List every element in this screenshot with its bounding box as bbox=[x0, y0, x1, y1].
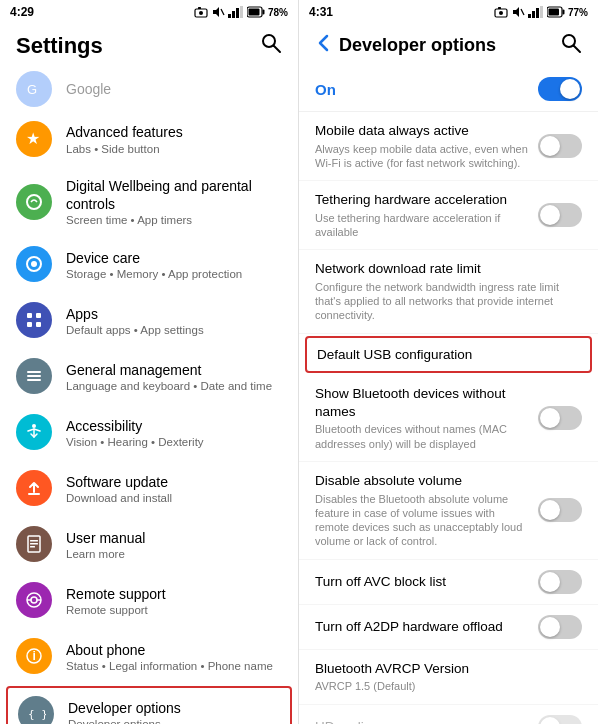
svg-line-4 bbox=[221, 9, 224, 15]
dev-item-mobile-data[interactable]: Mobile data always active Always keep mo… bbox=[299, 112, 598, 181]
svg-rect-5 bbox=[228, 14, 231, 18]
device-care-subtitle: Storage • Memory • App protection bbox=[66, 268, 282, 280]
svg-rect-30 bbox=[30, 543, 38, 545]
user-manual-title: User manual bbox=[66, 529, 282, 547]
developer-options-title: Developer options bbox=[339, 35, 496, 56]
dev-item-network-download[interactable]: Network download rate limit Configure th… bbox=[299, 250, 598, 333]
usb-config-title: Default USB configuration bbox=[317, 346, 572, 364]
settings-item-device-care[interactable]: Device care Storage • Memory • App prote… bbox=[0, 236, 298, 292]
on-label: On bbox=[315, 81, 336, 98]
hd-audio-title: HD audio bbox=[315, 718, 530, 724]
digital-wellbeing-icon bbox=[16, 184, 52, 220]
remote-support-subtitle: Remote support bbox=[66, 604, 282, 616]
bluetooth-names-toggle[interactable] bbox=[538, 406, 582, 430]
svg-rect-46 bbox=[536, 8, 539, 18]
absolute-volume-toggle[interactable] bbox=[538, 498, 582, 522]
svg-rect-8 bbox=[240, 6, 243, 18]
svg-rect-29 bbox=[30, 540, 38, 542]
dev-item-avc-block-list[interactable]: Turn off AVC block list bbox=[299, 560, 598, 605]
apps-icon bbox=[16, 302, 52, 338]
advanced-features-icon: ★ bbox=[16, 121, 52, 157]
developer-options-list: On Mobile data always active Always keep… bbox=[299, 67, 598, 724]
settings-item-accessibility[interactable]: Accessibility Vision • Hearing • Dexteri… bbox=[0, 404, 298, 460]
about-phone-subtitle: Status • Legal information • Phone name bbox=[66, 660, 282, 672]
advanced-features-title: Advanced features bbox=[66, 123, 282, 141]
settings-item-developer-options[interactable]: { } Developer options Developer options bbox=[6, 686, 292, 724]
avc-block-list-toggle[interactable] bbox=[538, 570, 582, 594]
status-icons-right: 77% bbox=[494, 6, 588, 18]
settings-item-digital-wellbeing[interactable]: Digital Wellbeing and parental controls … bbox=[0, 167, 298, 236]
about-phone-title: About phone bbox=[66, 641, 282, 659]
dev-item-absolute-volume[interactable]: Disable absolute volume Disables the Blu… bbox=[299, 462, 598, 560]
search-icon-left[interactable] bbox=[260, 32, 282, 59]
svg-rect-24 bbox=[27, 375, 41, 377]
developer-options-icon: { } bbox=[18, 696, 54, 724]
svg-line-52 bbox=[574, 46, 581, 53]
tethering-toggle[interactable] bbox=[538, 203, 582, 227]
left-panel: 4:29 78% Settings G Google ★ bbox=[0, 0, 299, 724]
svg-text:{ }: { } bbox=[28, 708, 46, 721]
avrcp-version-title: Bluetooth AVRCP Version bbox=[315, 660, 574, 678]
svg-rect-21 bbox=[27, 322, 32, 327]
status-bar-right: 4:31 77% bbox=[299, 0, 598, 24]
hd-audio-toggle[interactable] bbox=[538, 715, 582, 724]
svg-rect-2 bbox=[198, 7, 201, 9]
developer-options-subtitle: Developer options bbox=[68, 718, 280, 724]
dev-item-tethering[interactable]: Tethering hardware acceleration Use teth… bbox=[299, 181, 598, 250]
settings-title: Settings bbox=[16, 33, 103, 59]
svg-rect-23 bbox=[27, 371, 41, 373]
avrcp-version-subtitle: AVRCP 1.5 (Default) bbox=[315, 679, 574, 693]
a2dp-offload-toggle[interactable] bbox=[538, 615, 582, 639]
dev-item-a2dp-offload[interactable]: Turn off A2DP hardware offload bbox=[299, 605, 598, 650]
a2dp-offload-title: Turn off A2DP hardware offload bbox=[315, 618, 530, 636]
general-management-icon bbox=[16, 358, 52, 394]
mobile-data-toggle[interactable] bbox=[538, 134, 582, 158]
svg-rect-6 bbox=[232, 11, 235, 18]
dev-item-bluetooth-names[interactable]: Show Bluetooth devices without names Blu… bbox=[299, 375, 598, 462]
developer-options-title: Developer options bbox=[68, 699, 280, 717]
svg-rect-27 bbox=[28, 493, 40, 495]
about-phone-icon: i bbox=[16, 638, 52, 674]
svg-line-13 bbox=[274, 46, 281, 53]
bluetooth-names-title: Show Bluetooth devices without names bbox=[315, 385, 530, 420]
back-button[interactable]: Developer options bbox=[315, 34, 496, 57]
settings-item-about-phone[interactable]: i About phone Status • Legal information… bbox=[0, 628, 298, 684]
digital-wellbeing-subtitle: Screen time • App timers bbox=[66, 214, 282, 226]
svg-rect-44 bbox=[528, 14, 531, 18]
sound-icon-right bbox=[511, 6, 525, 18]
svg-rect-11 bbox=[262, 10, 264, 15]
general-management-title: General management bbox=[66, 361, 282, 379]
svg-point-1 bbox=[199, 11, 203, 15]
dev-item-avrcp-version[interactable]: Bluetooth AVRCP Version AVRCP 1.5 (Defau… bbox=[299, 650, 598, 705]
back-arrow-icon[interactable] bbox=[315, 34, 333, 57]
on-toggle[interactable] bbox=[538, 77, 582, 101]
settings-item-advanced-features[interactable]: ★ Advanced features Labs • Side button bbox=[0, 111, 298, 167]
search-icon-right[interactable] bbox=[560, 32, 582, 59]
developer-options-header: Developer options bbox=[299, 24, 598, 67]
settings-item-general-management[interactable]: General management Language and keyboard… bbox=[0, 348, 298, 404]
dev-item-usb-config[interactable]: Default USB configuration bbox=[305, 336, 592, 374]
user-manual-subtitle: Learn more bbox=[66, 548, 282, 560]
status-bar-left: 4:29 78% bbox=[0, 0, 298, 24]
device-care-icon bbox=[16, 246, 52, 282]
settings-item-user-manual[interactable]: User manual Learn more bbox=[0, 516, 298, 572]
accessibility-icon bbox=[16, 414, 52, 450]
software-update-icon bbox=[16, 470, 52, 506]
battery-icon-left bbox=[247, 6, 265, 18]
settings-item-google[interactable]: G Google bbox=[0, 67, 298, 111]
settings-item-apps[interactable]: Apps Default apps • App settings bbox=[0, 292, 298, 348]
apps-title: Apps bbox=[66, 305, 282, 323]
absolute-volume-title: Disable absolute volume bbox=[315, 472, 530, 490]
svg-rect-47 bbox=[540, 6, 543, 18]
dev-item-hd-audio[interactable]: HD audio bbox=[299, 705, 598, 724]
svg-rect-22 bbox=[36, 322, 41, 327]
camera-icon bbox=[194, 6, 208, 18]
settings-item-software-update[interactable]: Software update Download and install bbox=[0, 460, 298, 516]
settings-item-remote-support[interactable]: Remote support Remote support bbox=[0, 572, 298, 628]
svg-rect-45 bbox=[532, 11, 535, 18]
mobile-data-subtitle: Always keep mobile data active, even whe… bbox=[315, 142, 530, 171]
svg-rect-49 bbox=[548, 9, 559, 16]
sound-icon bbox=[211, 6, 225, 18]
battery-pct-right: 77% bbox=[568, 7, 588, 18]
remote-support-icon bbox=[16, 582, 52, 618]
